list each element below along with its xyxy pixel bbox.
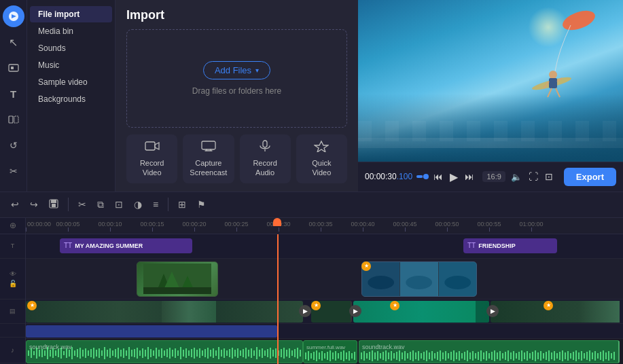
bottom-clip-1[interactable] bbox=[26, 301, 303, 323]
svg-rect-220 bbox=[537, 352, 539, 359]
svg-rect-5 bbox=[145, 142, 155, 150]
record-video-button[interactable]: RecordVideo bbox=[126, 134, 177, 183]
skip-back-button[interactable]: ⏮ bbox=[432, 170, 444, 183]
eye-icon[interactable]: 👁 bbox=[10, 270, 16, 278]
tracks-container: TT MY AMAZING SUMMER TT FRIENDSHIP bbox=[26, 234, 623, 364]
track-add-icon[interactable]: ⊕ bbox=[10, 221, 16, 230]
audio-clip-3[interactable]: soundtrack.wav bbox=[359, 340, 620, 363]
add-files-button[interactable]: Add Files ▾ bbox=[203, 61, 270, 79]
ruler-spacer: ⊕ bbox=[0, 218, 25, 234]
more-options-button[interactable]: ⊡ bbox=[544, 170, 554, 183]
quick-video-button[interactable]: QuickVideo bbox=[296, 134, 347, 183]
history-icon[interactable]: ↺ bbox=[3, 134, 24, 156]
svg-rect-102 bbox=[215, 350, 217, 356]
bottom-clip-4[interactable] bbox=[491, 301, 620, 323]
preview-progress-bar[interactable] bbox=[416, 175, 428, 178]
clip-transition-3[interactable]: ▶ bbox=[486, 305, 499, 317]
record-audio-icon bbox=[257, 140, 272, 156]
flag-button[interactable]: ⚑ bbox=[193, 196, 210, 213]
audio-clip-1[interactable]: soundtrack.wav bbox=[26, 340, 303, 363]
svg-rect-143 bbox=[327, 352, 328, 360]
svg-rect-163 bbox=[382, 352, 384, 360]
fullscreen-button[interactable]: ⛶ bbox=[527, 170, 539, 183]
svg-rect-124 bbox=[275, 348, 277, 358]
svg-rect-4 bbox=[14, 116, 18, 123]
volume-button[interactable]: 🔈 bbox=[510, 170, 523, 183]
svg-rect-136 bbox=[308, 351, 309, 361]
title-clip-2[interactable]: TT FRIENDSHIP bbox=[463, 238, 557, 253]
play-button[interactable]: ▶ bbox=[448, 169, 459, 185]
insert-button[interactable]: ⊞ bbox=[174, 196, 190, 213]
svg-rect-187 bbox=[448, 353, 449, 359]
adjust-button[interactable]: ≡ bbox=[149, 196, 162, 213]
svg-rect-155 bbox=[361, 352, 362, 359]
svg-rect-186 bbox=[445, 351, 446, 361]
title-clip-1[interactable]: TT MY AMAZING SUMMER bbox=[60, 238, 192, 253]
svg-rect-153 bbox=[354, 352, 355, 360]
audio-track-row: soundtrack.wav bbox=[26, 339, 623, 364]
top-area: ↖ T ↺ ✂ File import Media bin Sounds Mus… bbox=[0, 0, 623, 192]
crop-button[interactable]: ⊡ bbox=[111, 196, 127, 213]
svg-rect-63 bbox=[109, 348, 111, 358]
svg-rect-51 bbox=[77, 349, 78, 357]
media-icon[interactable] bbox=[3, 57, 24, 79]
file-panel-item-fileimport[interactable]: File import bbox=[30, 6, 112, 22]
svg-rect-110 bbox=[237, 348, 238, 358]
star-badge-6: ★ bbox=[544, 301, 553, 310]
capture-screencast-label: CaptureScreencast bbox=[190, 158, 227, 178]
lock-icon[interactable]: 🔓 bbox=[9, 280, 17, 287]
svg-rect-182 bbox=[434, 353, 435, 359]
svg-rect-107 bbox=[229, 349, 230, 357]
clip-transition-2[interactable]: ▶ bbox=[349, 305, 361, 317]
bottom-clip-3[interactable] bbox=[353, 301, 489, 323]
import-area: Import Add Files ▾ Drag files or folders… bbox=[115, 0, 358, 192]
svg-rect-64 bbox=[112, 350, 113, 356]
file-panel-item-samplevideo[interactable]: Sample video bbox=[30, 74, 112, 90]
file-panel: File import Media bin Sounds Music Sampl… bbox=[27, 0, 115, 192]
audio-icon[interactable]: ♪ bbox=[11, 346, 14, 354]
svg-marker-9 bbox=[315, 141, 328, 152]
file-panel-item-sounds[interactable]: Sounds bbox=[30, 40, 112, 56]
quick-video-label: QuickVideo bbox=[312, 158, 331, 178]
svg-point-31 bbox=[444, 276, 471, 289]
svg-rect-108 bbox=[232, 348, 233, 359]
audio-clip-2[interactable]: summer.full.wav bbox=[303, 340, 357, 363]
video-clip-2[interactable] bbox=[361, 261, 477, 297]
redo-button[interactable]: ↪ bbox=[26, 196, 42, 213]
svg-rect-218 bbox=[532, 352, 533, 360]
narration-clip[interactable] bbox=[26, 325, 277, 338]
svg-rect-166 bbox=[391, 351, 392, 361]
copy-button[interactable]: ⧉ bbox=[93, 196, 108, 213]
narration-track-ctrl bbox=[0, 324, 25, 338]
svg-rect-214 bbox=[521, 350, 522, 361]
svg-rect-225 bbox=[551, 352, 552, 359]
video-clip-1[interactable] bbox=[137, 261, 218, 297]
save-button[interactable] bbox=[45, 196, 63, 213]
file-panel-item-mediabin[interactable]: Media bin bbox=[30, 23, 112, 39]
video-track-row: ★ bbox=[26, 259, 623, 299]
file-panel-item-backgrounds[interactable]: Backgrounds bbox=[30, 91, 112, 107]
svg-rect-33 bbox=[28, 350, 29, 356]
cursor-icon[interactable]: ↖ bbox=[3, 31, 24, 53]
svg-rect-103 bbox=[218, 347, 219, 359]
svg-rect-42 bbox=[52, 348, 54, 358]
cut-button[interactable]: ✂ bbox=[74, 196, 90, 213]
text-icon[interactable]: T bbox=[3, 83, 24, 105]
svg-rect-198 bbox=[478, 352, 479, 360]
skip-forward-button[interactable]: ⏭ bbox=[463, 170, 476, 183]
clip-transition-1[interactable]: ▶ bbox=[299, 305, 311, 317]
clip-track-icon: ▤ bbox=[10, 308, 16, 314]
record-audio-button[interactable]: RecordAudio bbox=[240, 134, 291, 183]
svg-rect-115 bbox=[251, 348, 252, 358]
svg-rect-45 bbox=[60, 348, 62, 359]
timeline-scroll[interactable]: 00:00:00 00:00:05 00:00:10 00:00:15 00:0… bbox=[26, 218, 623, 364]
tools-icon[interactable]: ✂ bbox=[3, 160, 24, 182]
drop-zone[interactable]: Add Files ▾ Drag files or folders here bbox=[126, 29, 347, 128]
capture-screencast-button[interactable]: CaptureScreencast bbox=[183, 134, 234, 183]
file-panel-item-music[interactable]: Music bbox=[30, 57, 112, 73]
color-button[interactable]: ◑ bbox=[130, 196, 146, 213]
undo-button[interactable]: ↩ bbox=[7, 196, 23, 213]
transition-icon[interactable] bbox=[3, 109, 24, 130]
logo-icon[interactable] bbox=[3, 5, 24, 27]
export-button[interactable]: Export bbox=[564, 168, 616, 186]
